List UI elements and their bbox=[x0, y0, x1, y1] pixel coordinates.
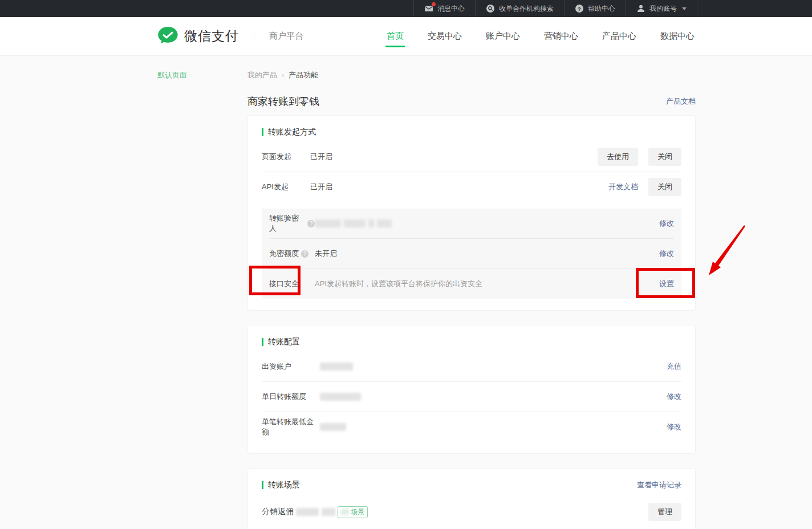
notification-badge bbox=[432, 2, 436, 6]
view-records-link[interactable]: 查看申请记录 bbox=[637, 480, 681, 490]
transfer-scene-card: 转账场景 查看申请记录 分销返佣 场景 管理 向销售、团长、主播等分销方发放佣金… bbox=[247, 468, 696, 529]
wechat-pay-logo-icon bbox=[157, 26, 178, 47]
topbar-my-account[interactable]: 我的账号 bbox=[626, 0, 697, 17]
page-title: 商家转账到零钱 bbox=[247, 95, 319, 108]
section-title: 转账场景 bbox=[262, 480, 300, 490]
row-funding-account: 出资账户 充值 bbox=[262, 352, 681, 381]
nav-data-center[interactable]: 数据中心 bbox=[659, 18, 696, 54]
help-icon: ? bbox=[575, 4, 584, 13]
user-icon bbox=[636, 4, 645, 13]
redacted-value bbox=[320, 423, 346, 431]
go-use-button[interactable]: 去使用 bbox=[598, 148, 638, 166]
topbar-item-label: 我的账号 bbox=[649, 4, 677, 14]
breadcrumb-separator-icon: › bbox=[282, 71, 284, 79]
question-icon[interactable]: ? bbox=[307, 220, 315, 227]
row-label: 页面发起 bbox=[262, 152, 310, 162]
redacted-value bbox=[296, 508, 335, 516]
product-doc-link[interactable]: 产品文档 bbox=[666, 96, 696, 107]
topbar-acquiring-search[interactable]: 收单合作机构搜索 bbox=[475, 0, 564, 17]
close-button[interactable]: 关闭 bbox=[648, 148, 681, 166]
section-title: 转账配置 bbox=[262, 337, 300, 347]
settings-link[interactable]: 设置 bbox=[659, 279, 674, 289]
close-button[interactable]: 关闭 bbox=[648, 178, 681, 196]
question-icon[interactable]: ? bbox=[301, 250, 308, 258]
main-nav: 首页 交易中心 账户中心 营销中心 产品中心 数据中心 bbox=[385, 18, 696, 54]
row-label: 免密额度 ? bbox=[269, 249, 315, 259]
api-settings-panel: 转账验密人 ? 修改 免密额度 ? bbox=[262, 209, 681, 299]
transfer-scene-header: 转账场景 查看申请记录 bbox=[262, 480, 681, 490]
row-page-initiate: 页面发起 已开启 去使用 关闭 bbox=[262, 142, 681, 172]
transfer-config-header: 转账配置 bbox=[262, 337, 681, 347]
mail-icon bbox=[424, 4, 433, 13]
section-title-text: 转账发起方式 bbox=[268, 127, 316, 137]
redacted-value bbox=[341, 509, 349, 515]
nav-marketing-center[interactable]: 营销中心 bbox=[543, 18, 579, 54]
section-title: 转账发起方式 bbox=[262, 127, 316, 137]
modify-link[interactable]: 修改 bbox=[659, 218, 674, 229]
page-title-row: 商家转账到零钱 产品文档 bbox=[247, 95, 696, 108]
nav-home[interactable]: 首页 bbox=[385, 18, 405, 54]
section-title-text: 转账场景 bbox=[268, 480, 300, 490]
row-label-text: 免密额度 bbox=[269, 249, 299, 259]
section-accent-bar bbox=[262, 338, 263, 346]
breadcrumb: 我的产品 › 产品功能 bbox=[247, 70, 696, 80]
topbar-item-label: 收单合作机构搜索 bbox=[499, 4, 554, 14]
row-value: 已开启 bbox=[310, 182, 332, 192]
transfer-init-card: 转账发起方式 页面发起 已开启 去使用 关闭 API发起 已开启 bbox=[247, 115, 696, 311]
topbar: 消息中心 收单合作机构搜索 ? 帮助中心 我的账号 bbox=[0, 0, 812, 17]
section-title-text: 转账配置 bbox=[268, 337, 300, 347]
nav-product-center[interactable]: 产品中心 bbox=[601, 18, 638, 54]
row-label: 接口安全 bbox=[269, 279, 315, 289]
transfer-config-card: 转账配置 出资账户 充值 单日转账额度 修改 bbox=[247, 325, 696, 454]
row-label: API发起 bbox=[262, 182, 310, 192]
topbar-item-label: 消息中心 bbox=[437, 4, 465, 14]
dev-doc-link[interactable]: 开发文档 bbox=[608, 182, 638, 192]
row-min-single-transfer: 单笔转账最低金额 修改 bbox=[262, 412, 681, 442]
row-transfer-verifier: 转账验密人 ? 修改 bbox=[269, 209, 674, 238]
row-label: 出资账户 bbox=[262, 361, 320, 372]
brand-platform: 商户平台 bbox=[269, 31, 303, 42]
topbar-spacer bbox=[697, 0, 812, 17]
row-label: 单日转账额度 bbox=[262, 392, 320, 402]
modify-link[interactable]: 修改 bbox=[659, 249, 674, 259]
row-value: 未开启 bbox=[315, 249, 337, 259]
section-accent-bar bbox=[262, 128, 263, 136]
redacted-value bbox=[320, 363, 353, 371]
brand[interactable]: 微信支付 商户平台 bbox=[157, 26, 303, 47]
main-column: 我的产品 › 产品功能 商家转账到零钱 产品文档 转账发起方式 页面发起 已开启 bbox=[247, 56, 696, 529]
row-api-security: 接口安全 API发起转账时，设置该项平台将保护你的出资安全 设置 bbox=[269, 269, 674, 299]
topbar-message-center[interactable]: 消息中心 bbox=[413, 0, 475, 17]
breadcrumb-parent[interactable]: 我的产品 bbox=[247, 70, 277, 80]
scene-tag: 场景 bbox=[338, 506, 368, 518]
row-daily-transfer-limit: 单日转账额度 修改 bbox=[262, 382, 681, 412]
brand-name: 微信支付 bbox=[184, 27, 239, 45]
row-no-password-quota: 免密额度 ? 未开启 修改 bbox=[269, 239, 674, 268]
svg-text:?: ? bbox=[578, 6, 581, 12]
search-icon bbox=[486, 4, 495, 13]
row-description: API发起转账时，设置该项平台将保护你的出资安全 bbox=[315, 279, 482, 289]
manage-button[interactable]: 管理 bbox=[648, 503, 681, 521]
row-label-text: 转账验密人 bbox=[269, 213, 305, 234]
redacted-value bbox=[315, 219, 392, 227]
header: 微信支付 商户平台 首页 交易中心 账户中心 营销中心 产品中心 数据中心 bbox=[0, 17, 812, 56]
topbar-help-center[interactable]: ? 帮助中心 bbox=[564, 0, 626, 17]
row-label: 单笔转账最低金额 bbox=[262, 417, 320, 437]
section-accent-bar bbox=[262, 481, 263, 489]
row-api-initiate: API发起 已开启 开发文档 关闭 bbox=[262, 172, 681, 202]
content: 默认页面 我的产品 › 产品功能 商家转账到零钱 产品文档 转账发起方式 页面发… bbox=[0, 56, 812, 529]
breadcrumb-current: 产品功能 bbox=[289, 70, 318, 80]
scene-label: 分销返佣 bbox=[262, 507, 294, 517]
recharge-link[interactable]: 充值 bbox=[667, 361, 681, 372]
scene-tag-text: 场景 bbox=[351, 507, 364, 517]
sidebar-item-default-page[interactable]: 默认页面 bbox=[157, 70, 187, 80]
nav-transaction-center[interactable]: 交易中心 bbox=[427, 18, 463, 54]
modify-link[interactable]: 修改 bbox=[667, 422, 681, 432]
transfer-init-header: 转账发起方式 bbox=[262, 127, 681, 137]
topbar-item-label: 帮助中心 bbox=[588, 4, 615, 14]
row-label: 转账验密人 ? bbox=[269, 213, 315, 234]
nav-account-center[interactable]: 账户中心 bbox=[485, 18, 521, 54]
row-distribution-commission: 分销返佣 场景 管理 bbox=[262, 498, 681, 526]
brand-divider bbox=[254, 30, 254, 43]
modify-link[interactable]: 修改 bbox=[667, 392, 681, 402]
row-value: 已开启 bbox=[310, 152, 332, 162]
